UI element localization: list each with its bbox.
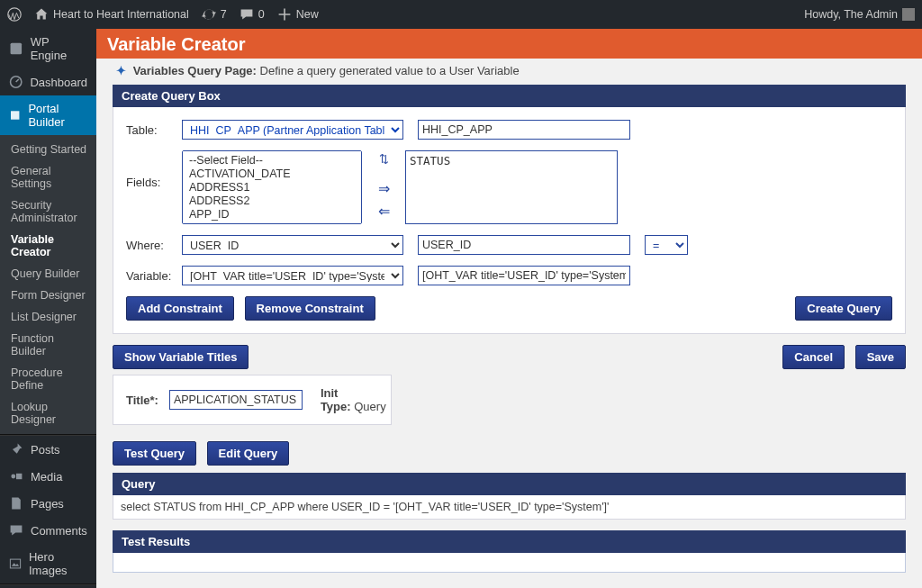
comments-count: 0 (258, 8, 265, 21)
fields-multiselect[interactable]: --Select Field--ACTIVATION_DATEADDRESS1A… (182, 150, 362, 224)
updates-link[interactable]: 7 (202, 7, 227, 22)
label-variable: Variable: (126, 266, 182, 283)
menu-label: Comments (31, 524, 87, 538)
table-text[interactable] (418, 120, 630, 140)
menu-portalbuilder[interactable]: Portal Builder (0, 95, 96, 135)
test-results-body (113, 553, 906, 573)
init-type-label: Init Type: Query (321, 386, 386, 413)
swap-icon[interactable]: ⇅ (379, 152, 389, 166)
menu-dashboard[interactable]: Dashboard (0, 68, 96, 95)
site-name: Heart to Heart International (53, 8, 189, 21)
sub-function-builder[interactable]: Function Builder (0, 328, 96, 362)
sub-general-settings[interactable]: General Settings (0, 160, 96, 194)
howdy-link[interactable]: Howdy, The Admin (804, 8, 915, 21)
sub-procedure-define[interactable]: Procedure Define (0, 362, 96, 396)
menu-pages[interactable]: Pages (0, 490, 96, 517)
site-link[interactable]: Heart to Heart International (34, 7, 189, 22)
sub-lookup-designer[interactable]: Lookup Designer (0, 396, 96, 430)
where-op-select[interactable]: = (645, 235, 688, 255)
sub-security-admin[interactable]: Security Administrator (0, 194, 96, 229)
arrow-left-icon[interactable]: ⇐ (378, 203, 390, 220)
variable-right-text[interactable] (418, 266, 630, 285)
title-label: Title*: (126, 394, 158, 407)
portalbuilder-submenu: Getting Started General Settings Securit… (0, 135, 96, 434)
remove-constraint-button[interactable]: Remove Constraint (245, 296, 375, 321)
howdy-text: Howdy, The Admin (804, 8, 898, 21)
menu-label: Dashboard (30, 76, 87, 89)
wp-logo[interactable] (7, 7, 22, 22)
sub-form-designer[interactable]: Form Designer (0, 285, 96, 306)
pin-icon (9, 442, 23, 457)
label-where: Where: (126, 235, 182, 252)
svg-rect-3 (11, 111, 19, 119)
sub-list-designer[interactable]: List Designer (0, 306, 96, 328)
menu-label: Hero Images (29, 550, 87, 577)
query-head: Query (113, 473, 906, 495)
create-query-head: Create Query Box (113, 85, 906, 107)
dashboard-icon (9, 75, 23, 89)
menu-label: Portal Builder (28, 102, 87, 129)
plus-icon (277, 7, 292, 22)
page-title: Variable Creator (107, 34, 911, 55)
label-fields: Fields: (126, 150, 182, 189)
edit-query-button[interactable]: Edit Query (207, 441, 290, 466)
arrow-right-icon[interactable]: ⇒ (378, 180, 390, 197)
menu-posts[interactable]: Posts (0, 436, 96, 463)
updates-count: 7 (221, 8, 227, 21)
create-query-button[interactable]: Create Query (795, 296, 892, 321)
menu-label: Posts (31, 443, 60, 457)
plus-icon: ✦ (116, 64, 126, 77)
menu-wpengine[interactable]: WP Engine (0, 29, 96, 68)
show-variable-titles-button[interactable]: Show Variable Titles (113, 345, 249, 369)
table-select[interactable]: HHI_CP_APP (Partner Application Table) (182, 120, 403, 140)
sub-getting-started[interactable]: Getting Started (0, 139, 96, 160)
menu-comments[interactable]: Comments (0, 517, 96, 544)
selected-fields[interactable]: STATUS (405, 150, 618, 224)
menu-media[interactable]: Media (0, 463, 96, 490)
portalbuilder-icon (9, 108, 21, 122)
where-right-text[interactable] (418, 235, 630, 255)
image-icon (9, 556, 22, 571)
new-label: New (296, 8, 319, 21)
svg-point-4 (11, 475, 15, 479)
menu-heroimages[interactable]: Hero Images (0, 544, 96, 583)
svg-rect-1 (11, 43, 23, 55)
page-icon (9, 496, 23, 511)
test-query-button[interactable]: Test Query (113, 441, 196, 466)
sub-query-builder[interactable]: Query Builder (0, 263, 96, 285)
add-constraint-button[interactable]: Add Constraint (126, 296, 234, 321)
media-icon (9, 469, 23, 484)
test-results-head: Test Results (113, 530, 906, 553)
title-panel: Title*: Init Type: Query (113, 375, 392, 425)
avatar (902, 8, 915, 21)
query-text: select STATUS from HHI_CP_APP where USER… (113, 495, 906, 520)
comments-icon (9, 523, 23, 538)
menu-label: Pages (31, 497, 64, 511)
comments-link[interactable]: 0 (240, 7, 265, 22)
variable-left-select[interactable]: [OHT_VAR title='USER_ID' type='System'] (182, 266, 403, 285)
wpengine-icon (9, 41, 23, 56)
home-icon (34, 7, 49, 22)
title-input[interactable] (169, 390, 303, 410)
save-button[interactable]: Save (855, 345, 906, 369)
update-icon (202, 7, 216, 22)
sub-variable-creator[interactable]: Variable Creator (0, 229, 96, 263)
label-table: Table: (126, 120, 182, 137)
svg-rect-5 (10, 559, 20, 568)
comment-icon (240, 7, 254, 22)
menu-label: WP Engine (31, 35, 87, 62)
where-left-select[interactable]: USER_ID (182, 235, 403, 255)
cancel-button[interactable]: Cancel (782, 345, 845, 369)
new-link[interactable]: New (277, 7, 319, 22)
page-subtitle: ✦ Variables Query Page: Define a query g… (113, 60, 906, 85)
menu-label: Media (31, 470, 62, 484)
